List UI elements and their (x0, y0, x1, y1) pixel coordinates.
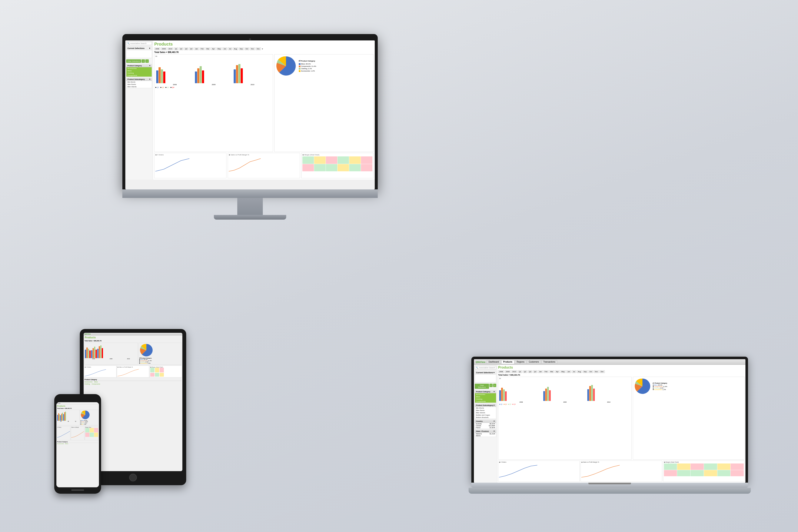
time-btn-q2[interactable]: Q2 (179, 48, 184, 50)
time-btn-2010[interactable]: 2010 (168, 48, 173, 50)
listbox-item-bike-stands[interactable]: Bike Stands (127, 86, 152, 88)
time-btn-mar[interactable]: Mar (205, 48, 210, 50)
listbox-item-bikes[interactable]: Bikes (127, 70, 152, 72)
lt-2009[interactable]: 2009 (505, 370, 511, 373)
time-btn-oct[interactable]: Oct (245, 48, 249, 50)
lt-feb[interactable]: Feb (544, 370, 549, 373)
time-btn-q1[interactable]: Q1 (174, 48, 178, 50)
time-btn-q4[interactable]: Q4 (189, 48, 193, 50)
margin-chart-title: ◆ Sales vs Profit Margin % (229, 154, 299, 156)
time-btn-2008[interactable]: 2008 (154, 48, 160, 50)
laptop-subcat-bottles[interactable]: Bottles and Cages (475, 414, 496, 416)
listbox-item-clothing[interactable]: Clothing (127, 72, 152, 74)
lt-q4[interactable]: Q4 (533, 370, 537, 373)
lt-aug[interactable]: Aug (577, 370, 582, 373)
cs-arrow-desktop[interactable]: ▼ (149, 47, 151, 50)
phone-home-indicator[interactable] (71, 490, 84, 491)
laptop-subcat-stands[interactable]: Bike Stands (475, 412, 496, 414)
time-btn-apr[interactable]: Apr (211, 48, 216, 50)
tablet-cat-comp[interactable]: Components (92, 383, 100, 385)
tablet-cat-bikes[interactable]: Bikes (94, 381, 98, 383)
country-label-laptop: Country (476, 420, 482, 422)
tab-customers[interactable]: Customers (527, 360, 541, 364)
lt-jun[interactable]: Jun (566, 370, 571, 373)
lt-q3[interactable]: Q3 (528, 370, 532, 373)
listbox-item-accessories[interactable]: Accessories (127, 67, 152, 70)
tablet-margin-svg (117, 368, 149, 377)
tab-transactions[interactable]: Transactions (542, 360, 557, 364)
clear-btn-desktop[interactable]: Clear Selections (126, 59, 141, 63)
lt-q1[interactable]: Q1 (518, 370, 522, 373)
laptop-leg-bikes: ■ Bikes 85.3% (653, 384, 667, 386)
search-input-desktop[interactable]: Associative Search (130, 42, 151, 44)
country-item-australia[interactable]: Australia$9,337K (475, 423, 496, 425)
phone-orders-svg (57, 428, 70, 439)
laptop-orders-chart: ◆ # Orders (498, 460, 580, 482)
lt-jan[interactable]: Jan (538, 370, 543, 373)
tablet-sidebar-values: Product Category Accessories Bikes Cloth… (83, 378, 183, 385)
search-box-laptop[interactable]: 🔍 Associative Search (475, 366, 496, 369)
bar-2009-q2 (197, 68, 200, 83)
time-btn-dec[interactable]: Dec (255, 48, 261, 50)
phone-cat-acc[interactable]: Accessories (57, 443, 64, 444)
back-arrow-laptop[interactable]: < (490, 384, 493, 387)
lt-jul[interactable]: Jul (572, 370, 576, 373)
time-btn-nov[interactable]: Nov (250, 48, 255, 50)
clear-btn-laptop[interactable]: Clear Selections (475, 384, 489, 389)
time-btn-q3[interactable]: Q3 (184, 48, 189, 50)
lt-q2[interactable]: Q2 (523, 370, 527, 373)
country-item-france[interactable]: France$7,067K (475, 427, 496, 429)
bar-2010-q4 (241, 68, 243, 83)
laptop-subcat-bottom[interactable]: Bottom Brackets (475, 416, 496, 419)
forward-arrow-laptop[interactable]: > (493, 384, 496, 387)
search-placeholder-laptop[interactable]: Associative Search (479, 367, 495, 369)
laptop-cat-components[interactable]: Components (475, 400, 496, 403)
laptop-subcat-racks[interactable]: Bike Racks (475, 409, 496, 412)
phone-cat-bikes[interactable]: Bikes (65, 443, 68, 444)
lt-oct[interactable]: Oct (588, 370, 593, 373)
laptop-bar-2009-q3 (547, 387, 549, 401)
laptop-cat-clothing[interactable]: Clothing (475, 398, 496, 400)
time-filter-arrow[interactable]: ▼ (262, 48, 263, 50)
time-btn-jun[interactable]: Jun (222, 48, 227, 50)
listbox-item-bib-shorts[interactable]: Bib-Shorts (127, 81, 152, 83)
tablet-cat-cloth[interactable]: Clothing (84, 383, 90, 385)
time-btn-aug[interactable]: Aug (233, 48, 238, 50)
tab-products[interactable]: Products (501, 360, 514, 364)
time-btn-sep[interactable]: Sep (239, 48, 244, 50)
laptop-cat-accessories[interactable]: Accessories (475, 393, 496, 396)
time-btn-jul[interactable]: Jul (228, 48, 232, 50)
time-btn-jan[interactable]: Jan (194, 48, 199, 50)
bar-2009-q3 (200, 66, 202, 83)
time-btn-may[interactable]: May (216, 48, 222, 50)
phc6 (94, 433, 98, 437)
search-box-desktop[interactable]: 🔍 Associative Search (126, 42, 152, 45)
laptop-cat-bikes[interactable]: Bikes (475, 396, 496, 398)
tablet-cat-acc[interactable]: Accessories (84, 381, 93, 383)
lt-may[interactable]: May (560, 370, 566, 373)
tablet-home-button[interactable] (129, 474, 137, 481)
state-item-alberta[interactable]: Alberta (475, 435, 496, 437)
laptop-subcat-bib[interactable]: Bib-Shorts (475, 407, 496, 409)
time-btn-2009[interactable]: 2009 (161, 48, 167, 50)
tab-regions[interactable]: Regions (515, 360, 527, 364)
tab-dashboard[interactable]: Dashboard (487, 360, 501, 364)
country-item-canada[interactable]: Canada$14,685K (475, 425, 496, 427)
lt-dec[interactable]: Dec (600, 370, 605, 373)
pb2-q2 (61, 414, 62, 421)
time-btn-feb[interactable]: Feb (200, 48, 205, 50)
listbox-item-components[interactable]: Components (127, 74, 152, 77)
back-arrow-desktop[interactable]: < (141, 59, 145, 63)
nav-arrows-laptop: Clear Selections < > (475, 384, 496, 389)
lt-sep[interactable]: Sep (583, 370, 588, 373)
phone: 11:13 Products Total Sales = $98,463.7K (54, 394, 101, 494)
listbox-item-bike-racks[interactable]: Bike Racks (127, 83, 152, 86)
state-item-alabama[interactable]: Alabama$1,212K (475, 433, 496, 435)
lt-nov[interactable]: Nov (594, 370, 599, 373)
cs-header-desktop: Current Selections ▼ (127, 46, 152, 50)
lt-apr[interactable]: Apr (555, 370, 560, 373)
forward-arrow-desktop[interactable]: > (145, 59, 149, 63)
lt-2010[interactable]: 2010 (511, 370, 517, 373)
lt-mar[interactable]: Mar (549, 370, 554, 373)
lt-2008[interactable]: 2008 (498, 370, 504, 373)
